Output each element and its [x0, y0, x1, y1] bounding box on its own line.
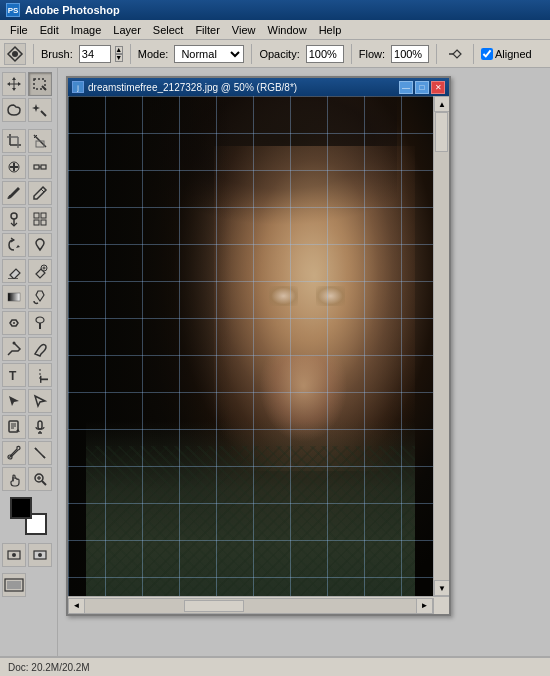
selection-tool[interactable]	[28, 72, 52, 96]
svg-point-27	[13, 342, 16, 345]
aligned-container: Aligned	[481, 48, 534, 60]
menu-filter[interactable]: Filter	[189, 22, 225, 38]
pen-tool[interactable]	[2, 337, 26, 361]
foreground-color-swatch[interactable]	[10, 497, 32, 519]
scroll-right-arrow[interactable]: ►	[416, 598, 432, 614]
separator-6	[473, 44, 474, 64]
canvas-viewport[interactable]	[68, 96, 433, 596]
scroll-left-arrow[interactable]: ◄	[69, 598, 85, 614]
brush-size-up[interactable]: ▲	[115, 46, 123, 54]
menu-layer[interactable]: Layer	[107, 22, 147, 38]
screen-mode-1[interactable]	[2, 573, 26, 597]
minimize-button[interactable]: —	[399, 81, 413, 94]
scroll-up-arrow[interactable]: ▲	[434, 96, 449, 112]
close-button[interactable]: ✕	[431, 81, 445, 94]
crop-tool[interactable]	[2, 129, 26, 153]
move-tool[interactable]	[2, 72, 26, 96]
pencil-tool[interactable]	[28, 181, 52, 205]
measure-tool[interactable]	[28, 441, 52, 465]
menu-select[interactable]: Select	[147, 22, 190, 38]
vertical-text-tool[interactable]: T	[28, 363, 52, 387]
airbrush-button[interactable]	[444, 43, 466, 65]
menu-image[interactable]: Image	[65, 22, 108, 38]
opacity-input[interactable]	[306, 45, 344, 63]
svg-rect-18	[41, 220, 46, 225]
scroll-track-vertical[interactable]	[434, 112, 449, 580]
svg-rect-17	[34, 220, 39, 225]
eraser-tool[interactable]	[2, 259, 26, 283]
tool-row-15	[2, 441, 55, 465]
canvas-title: dreamstimefree_2127328.jpg @ 50% (RGB/8*…	[88, 82, 297, 93]
scroll-down-arrow[interactable]: ▼	[434, 580, 449, 596]
hand-tool[interactable]	[2, 467, 26, 491]
healing-tool[interactable]	[2, 155, 26, 179]
direct-select-tool[interactable]	[28, 389, 52, 413]
menu-edit[interactable]: Edit	[34, 22, 65, 38]
patch-tool[interactable]	[28, 155, 52, 179]
horizontal-scrollbar: ◄ ►	[68, 598, 433, 614]
pattern-stamp-tool[interactable]	[28, 207, 52, 231]
zoom-tool[interactable]	[28, 467, 52, 491]
vertical-scrollbar: ▲ ▼	[433, 96, 449, 596]
aligned-checkbox[interactable]	[481, 48, 493, 60]
tool-row-5	[2, 181, 55, 205]
maximize-button[interactable]: □	[415, 81, 429, 94]
screen-modes-row	[2, 573, 55, 597]
brush-size-input[interactable]	[79, 45, 111, 63]
menu-bar: File Edit Image Layer Select Filter View…	[0, 20, 550, 40]
tool-row-9	[2, 285, 55, 309]
scroll-thumb-horizontal[interactable]	[184, 600, 244, 612]
status-bar: Doc: 20.2M/20.2M	[0, 656, 550, 676]
dodge-tool[interactable]	[28, 311, 52, 335]
color-swatches[interactable]	[2, 497, 55, 535]
tool-row-8	[2, 259, 55, 283]
tool-row-11	[2, 337, 55, 361]
separator-3	[251, 44, 252, 64]
mode-select[interactable]: Normal Multiply Screen	[174, 45, 244, 63]
menu-view[interactable]: View	[226, 22, 262, 38]
art-history-brush-tool[interactable]	[28, 233, 52, 257]
magic-wand-tool[interactable]	[28, 98, 52, 122]
notes-tool[interactable]	[2, 415, 26, 439]
background-eraser-tool[interactable]	[28, 259, 52, 283]
mode-row	[2, 543, 55, 567]
audio-annotation-tool[interactable]	[28, 415, 52, 439]
app-title: Adobe Photoshop	[25, 4, 120, 16]
canvas-area: j dreamstimefree_2127328.jpg @ 50% (RGB/…	[58, 68, 550, 656]
svg-point-49	[38, 553, 42, 557]
eyedropper-tool[interactable]	[2, 441, 26, 465]
tool-preset-picker[interactable]	[4, 43, 26, 65]
menu-window[interactable]: Window	[262, 22, 313, 38]
svg-point-0	[12, 51, 18, 57]
tool-row-14	[2, 415, 55, 439]
blur-tool[interactable]	[2, 311, 26, 335]
history-brush-tool[interactable]	[2, 233, 26, 257]
separator-1	[33, 44, 34, 64]
tool-row-7	[2, 233, 55, 257]
options-bar: Brush: ▲ ▼ Mode: Normal Multiply Screen …	[0, 40, 550, 68]
brush-size-down[interactable]: ▼	[115, 54, 123, 62]
gradient-tool[interactable]	[2, 285, 26, 309]
tool-row-6	[2, 207, 55, 231]
quick-mask-off[interactable]	[2, 543, 26, 567]
menu-file[interactable]: File	[4, 22, 34, 38]
quick-mask-on[interactable]	[28, 543, 52, 567]
brush-tool[interactable]	[2, 181, 26, 205]
svg-point-47	[12, 553, 16, 557]
flow-input[interactable]	[391, 45, 429, 63]
slice-tool[interactable]	[28, 129, 52, 153]
svg-rect-16	[41, 213, 46, 218]
freeform-pen-tool[interactable]	[28, 337, 52, 361]
scroll-thumb-vertical[interactable]	[435, 112, 448, 152]
path-select-tool[interactable]	[2, 389, 26, 413]
svg-rect-23	[8, 293, 20, 301]
lasso-tool[interactable]	[2, 98, 26, 122]
screen-row	[2, 573, 55, 597]
menu-help[interactable]: Help	[313, 22, 348, 38]
tool-row-4	[2, 155, 55, 179]
scroll-track-horizontal[interactable]	[85, 599, 416, 613]
paint-bucket-tool[interactable]	[28, 285, 52, 309]
svg-point-25	[36, 317, 44, 323]
clone-stamp-tool[interactable]	[2, 207, 26, 231]
text-tool[interactable]: T	[2, 363, 26, 387]
